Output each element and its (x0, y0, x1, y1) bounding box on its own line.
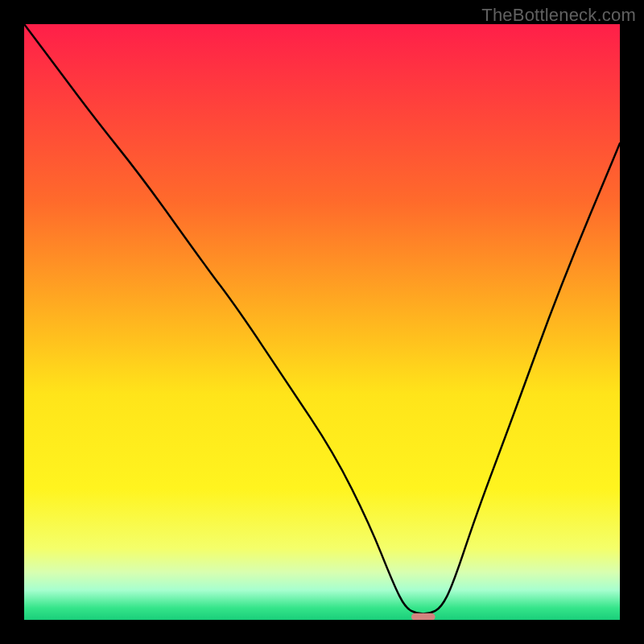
watermark-text: TheBottleneck.com (481, 5, 636, 26)
gradient-background (24, 24, 620, 620)
chart-container: TheBottleneck.com (0, 0, 644, 644)
optimal-marker (411, 613, 436, 620)
chart-svg (24, 24, 620, 620)
plot-area (24, 24, 620, 620)
